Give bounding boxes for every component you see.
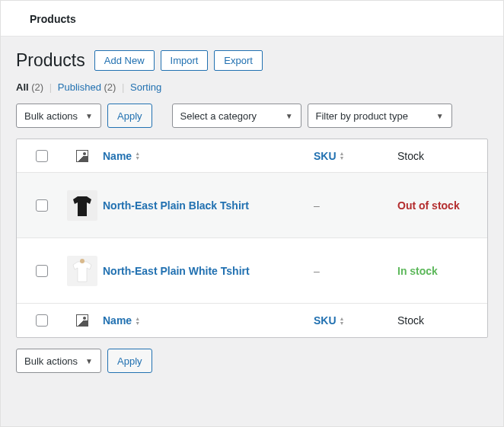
filter-all-count: (2) (31, 81, 43, 93)
bulk-actions-label: Bulk actions (24, 110, 78, 122)
bulk-actions-select-bottom[interactable]: Bulk actions ▼ (16, 349, 101, 373)
select-all-checkbox[interactable] (36, 150, 48, 162)
product-name-link[interactable]: North-East Plain White Tshirt (103, 265, 250, 277)
stock-column-footer: Stock (397, 314, 481, 327)
chevron-down-icon: ▼ (85, 112, 93, 120)
filter-published-count: (2) (104, 81, 116, 93)
chevron-down-icon: ▼ (85, 357, 93, 365)
filter-published[interactable]: Published (58, 81, 101, 93)
row-checkbox[interactable] (36, 265, 48, 277)
product-sku: – (314, 265, 397, 277)
status-filters: All (2) | Published (2) | Sorting (16, 81, 488, 93)
product-type-select[interactable]: Filter by product type ▼ (308, 104, 452, 128)
export-button[interactable]: Export (214, 50, 263, 71)
bottom-controls: Bulk actions ▼ Apply (16, 349, 488, 373)
row-checkbox[interactable] (36, 199, 48, 212)
product-type-label: Filter by product type (316, 110, 408, 122)
topbar: Products (1, 1, 503, 37)
product-thumbnail[interactable] (67, 256, 97, 286)
sku-column-footer[interactable]: SKU ▲▼ (314, 314, 345, 327)
product-sku: – (314, 199, 397, 212)
table-row: North-East Plain White Tshirt – In stock (17, 238, 487, 304)
products-table: Name ▲▼ SKU ▲▼ Stock (16, 139, 488, 338)
add-new-button[interactable]: Add New (94, 50, 155, 71)
image-column-icon (76, 150, 88, 162)
table-header: Name ▲▼ SKU ▲▼ Stock (17, 139, 487, 173)
category-label: Select a category (180, 110, 257, 122)
image-column-icon (76, 314, 88, 327)
apply-button-top[interactable]: Apply (107, 104, 152, 128)
stock-status: Out of stock (397, 199, 481, 212)
sort-icon: ▲▼ (135, 151, 140, 160)
sort-icon: ▲▼ (340, 317, 345, 325)
page-title: Products (16, 50, 85, 71)
heading-row: Products Add New Import Export (16, 50, 488, 71)
bulk-actions-label: Bulk actions (24, 355, 78, 367)
stock-column-header: Stock (397, 150, 481, 162)
table-footer: Name ▲▼ SKU ▲▼ Stock (17, 304, 487, 337)
category-select[interactable]: Select a category ▼ (172, 104, 301, 128)
chevron-down-icon: ▼ (285, 112, 293, 120)
bulk-actions-select[interactable]: Bulk actions ▼ (16, 104, 101, 128)
product-name-link[interactable]: North-East Plain Black Tshirt (103, 199, 249, 212)
svg-point-2 (80, 259, 85, 263)
top-controls: Bulk actions ▼ Apply Select a category ▼… (16, 104, 488, 128)
apply-button-bottom[interactable]: Apply (107, 349, 152, 373)
table-row: North-East Plain Black Tshirt – Out of s… (17, 173, 487, 238)
sku-column-header[interactable]: SKU ▲▼ (314, 150, 345, 162)
stock-status: In stock (397, 265, 481, 277)
select-all-checkbox-footer[interactable] (36, 314, 48, 327)
topbar-title: Products (30, 13, 474, 25)
name-column-header[interactable]: Name ▲▼ (103, 150, 140, 162)
import-button[interactable]: Import (161, 50, 209, 71)
filter-sorting[interactable]: Sorting (130, 81, 161, 93)
filter-all[interactable]: All (16, 81, 29, 93)
chevron-down-icon: ▼ (436, 112, 444, 120)
name-column-footer[interactable]: Name ▲▼ (103, 314, 140, 327)
sort-icon: ▲▼ (340, 151, 345, 160)
sort-icon: ▲▼ (135, 317, 140, 325)
product-thumbnail[interactable] (67, 190, 97, 221)
